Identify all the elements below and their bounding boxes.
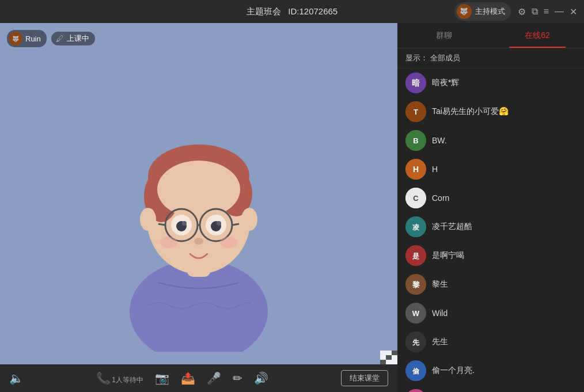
member-name: H [432, 165, 438, 174]
svg-text:暗: 暗 [412, 78, 420, 87]
main-content: 🐺 Ruin 🖊 上课中 [0, 23, 584, 392]
user-badge-avatar: 🐺 [9, 32, 22, 45]
svg-text:C: C [413, 194, 419, 203]
user-badge-name: Ruin [25, 35, 41, 43]
member-name: 凌千艺超酷 [432, 222, 472, 232]
avatar: B [405, 130, 426, 151]
member-name: 暗夜*辉 [432, 78, 459, 88]
mic-icon[interactable]: 🎤 [207, 371, 221, 385]
svg-text:B: B [413, 136, 418, 145]
video-area: 🐺 Ruin 🖊 上课中 [0, 23, 397, 392]
waiting-count: 1人等待中 [112, 376, 143, 384]
edit-icon[interactable]: ✏ [233, 371, 242, 385]
svg-point-16 [217, 221, 221, 226]
end-class-button[interactable]: 结束课堂 [341, 370, 388, 386]
filter-value[interactable]: 全部成员 [430, 54, 460, 62]
minimize-icon[interactable]: — [555, 6, 564, 17]
window-controls: ⚙ ⧉ ≡ — ✕ [518, 6, 577, 17]
member-name: 黎生 [432, 279, 448, 290]
list-item[interactable]: 先先生 [397, 328, 584, 356]
member-name: 先生 [432, 337, 448, 347]
svg-text:T: T [414, 108, 418, 116]
right-panel: 群聊 在线62 显示： 全部成员 暗暗夜*辉TTai易先生的小可爱🤗BBW.HH… [397, 23, 584, 392]
list-item[interactable]: BBW. [397, 126, 584, 155]
panel-tabs: 群聊 在线62 [397, 23, 584, 48]
video-badges: 🐺 Ruin 🖊 上课中 [7, 30, 95, 47]
list-item[interactable]: ×× 北岸乙 [397, 385, 584, 392]
svg-point-8 [157, 161, 240, 218]
tab-online[interactable]: 在线62 [491, 23, 584, 48]
member-name: Tai易先生的小可爱🤗 [432, 106, 509, 117]
user-badge: 🐺 Ruin [7, 30, 47, 47]
svg-point-24 [241, 208, 257, 231]
title-right-area: 🐺 主持模式 ⚙ ⧉ ≡ — ✕ [454, 2, 577, 21]
list-item[interactable]: HH [397, 155, 584, 184]
popout-icon[interactable]: ⧉ [532, 6, 538, 17]
host-mode-label: 主持模式 [475, 6, 505, 17]
filter-bar: 显示： 全部成员 [397, 48, 584, 68]
tab-online-label: 在线62 [525, 31, 550, 41]
member-list: 暗暗夜*辉TTai易先生的小可爱🤗BBW.HHCCorn凌凌千艺超酷是是啊宁喝黎… [397, 68, 584, 392]
list-item[interactable]: 黎黎生 [397, 270, 584, 299]
avatar: W [405, 303, 426, 324]
list-item[interactable]: 凌凌千艺超酷 [397, 212, 584, 241]
svg-rect-26 [386, 355, 392, 360]
filter-label: 显示： [405, 54, 428, 62]
share-icon[interactable]: 📤 [181, 371, 195, 385]
avatar: 是 [405, 245, 426, 266]
svg-text:H: H [413, 165, 419, 174]
class-label: 上课中 [67, 33, 89, 44]
svg-text:W: W [412, 309, 420, 318]
svg-text:黎: 黎 [412, 280, 420, 289]
avatar: C [405, 188, 426, 208]
phone-icon[interactable]: 📞1人等待中 [96, 371, 143, 385]
title-text: 主题班会 [247, 6, 281, 16]
menu-icon[interactable]: ≡ [544, 6, 549, 17]
avatar: × [405, 389, 426, 392]
member-name: Corn [432, 193, 449, 203]
avatar: 黎 [405, 274, 426, 295]
list-item[interactable]: CCorn [397, 184, 584, 212]
member-name: BW. [432, 136, 447, 145]
member-name: 偷一个月亮. [432, 366, 475, 376]
svg-text:凌: 凌 [412, 223, 420, 231]
svg-line-18 [158, 224, 165, 225]
close-icon[interactable]: ✕ [570, 6, 577, 17]
svg-point-20 [194, 238, 203, 245]
speaker-icon[interactable]: 🔈 [9, 371, 24, 385]
host-mode-badge[interactable]: 🐺 主持模式 [454, 2, 511, 21]
title-bar: 主题班会 ID:12072665 🐺 主持模式 ⚙ ⧉ ≡ — ✕ [0, 0, 584, 23]
tab-group-chat[interactable]: 群聊 [397, 23, 491, 48]
avatar: 暗 [405, 73, 426, 93]
settings-icon[interactable]: ⚙ [518, 6, 526, 17]
list-item[interactable]: 是是啊宁喝 [397, 241, 584, 270]
camera-off-icon[interactable]: 📷 [155, 371, 169, 385]
window-title: 主题班会 ID:12072665 [247, 6, 337, 17]
avatar: 偷 [405, 360, 426, 381]
class-badge: 🖊 上课中 [51, 32, 95, 45]
svg-text:是: 是 [412, 252, 419, 260]
svg-point-12 [182, 221, 187, 226]
member-name: 是啊宁喝 [432, 250, 464, 261]
staircase-icon [380, 351, 397, 364]
host-avatar: 🐺 [457, 4, 472, 19]
session-id: ID:12072665 [288, 6, 337, 16]
avatar: H [405, 159, 426, 180]
svg-point-21 [160, 237, 177, 248]
bottom-icons: 📞1人等待中 📷 📤 🎤 ✏ 🔊 [96, 371, 268, 385]
volume-icon[interactable]: 🔊 [254, 371, 268, 385]
bottom-bar: 🔈 📞1人等待中 📷 📤 🎤 ✏ 🔊 结束课堂 [0, 364, 397, 392]
list-item[interactable]: WWild [397, 299, 584, 328]
svg-rect-25 [392, 351, 397, 355]
tab-group-chat-label: 群聊 [436, 31, 452, 41]
list-item[interactable]: 偷偷一个月亮. [397, 356, 584, 385]
svg-point-22 [220, 237, 237, 248]
class-icon: 🖊 [56, 34, 64, 43]
svg-point-23 [140, 208, 156, 231]
list-item[interactable]: TTai易先生的小可爱🤗 [397, 97, 584, 126]
avatar: 凌 [405, 216, 426, 237]
bottom-left-area: 🔈 [9, 371, 24, 385]
list-item[interactable]: 暗暗夜*辉 [397, 68, 584, 97]
svg-point-50 [405, 389, 426, 392]
svg-text:先: 先 [412, 338, 420, 347]
